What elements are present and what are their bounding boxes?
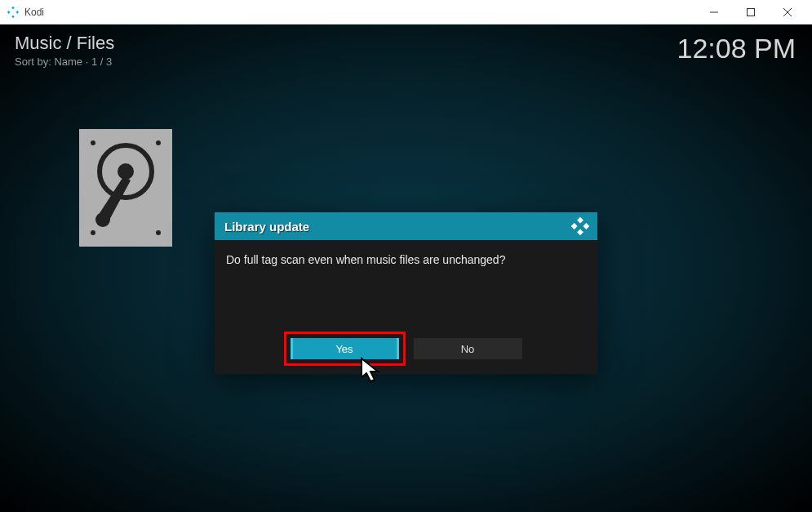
- svg-rect-2: [16, 11, 19, 14]
- window-titlebar: Kodi: [0, 0, 812, 24]
- minimize-button[interactable]: [695, 0, 732, 24]
- svg-point-16: [95, 212, 110, 227]
- svg-rect-20: [577, 229, 583, 235]
- svg-rect-0: [11, 6, 15, 9]
- maximize-button[interactable]: [732, 0, 769, 24]
- sort-separator: ·: [86, 56, 91, 68]
- dialog-header: Library update: [215, 212, 597, 240]
- svg-point-9: [91, 140, 95, 145]
- harddrive-icon[interactable]: [79, 129, 172, 247]
- clock: 12:08 PM: [677, 33, 796, 65]
- sort-info: Sort by: Name · 1 / 3: [15, 56, 114, 68]
- yes-button[interactable]: Yes: [291, 338, 399, 359]
- svg-point-10: [156, 140, 161, 145]
- svg-rect-3: [11, 15, 15, 18]
- item-count: 1 / 3: [91, 56, 112, 68]
- svg-point-11: [91, 230, 95, 235]
- svg-point-12: [156, 230, 161, 235]
- dialog-buttons: Yes No: [226, 338, 586, 359]
- dialog-title: Library update: [224, 220, 309, 234]
- library-update-dialog: Library update Do full tag scan even whe…: [215, 212, 597, 374]
- dialog-body: Do full tag scan even when music files a…: [215, 240, 597, 374]
- window-controls: [695, 0, 805, 24]
- page-header: Music / Files Sort by: Name · 1 / 3: [15, 33, 114, 68]
- svg-rect-19: [583, 223, 589, 229]
- svg-rect-5: [747, 8, 754, 16]
- breadcrumb: Music / Files: [15, 33, 114, 54]
- app-body: Music / Files Sort by: Name · 1 / 3 12:0…: [0, 24, 812, 512]
- svg-rect-1: [7, 11, 11, 14]
- svg-rect-18: [571, 223, 578, 229]
- dialog-message: Do full tag scan even when music files a…: [226, 253, 586, 266]
- kodi-icon: [571, 217, 589, 235]
- svg-rect-17: [577, 217, 583, 224]
- sort-value: Name: [54, 56, 82, 68]
- kodi-icon: [7, 6, 20, 19]
- window-title: Kodi: [24, 7, 695, 18]
- close-button[interactable]: [769, 0, 805, 24]
- sort-label: Sort by:: [15, 56, 51, 68]
- no-button[interactable]: No: [414, 338, 522, 359]
